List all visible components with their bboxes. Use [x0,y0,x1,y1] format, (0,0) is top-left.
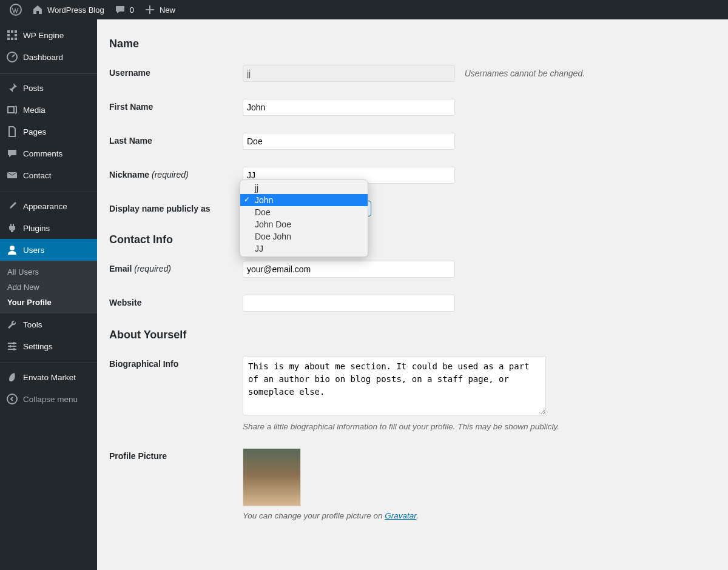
check-icon: ✓ [244,195,250,204]
menu-label: Settings [23,342,53,351]
picture-hint: You can change your profile picture on G… [243,511,716,520]
row-display-name: Display name publicly as John jj ✓John D… [109,201,716,216]
svg-rect-2 [11,30,13,33]
section-heading-about: About Yourself [109,329,716,341]
admin-sidebar: WP Engine Dashboard Posts Media Pages Co… [0,19,97,570]
admin-bar: WordPress Blog 0 New [0,0,728,19]
submenu-all-users[interactable]: All Users [0,264,97,280]
menu-envato[interactable]: Envato Market [0,366,97,388]
mail-icon [6,169,18,181]
submenu-add-new[interactable]: Add New [0,280,97,295]
wp-logo-menu[interactable] [5,0,27,19]
bio-textarea[interactable] [243,356,546,415]
comment-icon [114,4,126,16]
menu-contact[interactable]: Contact [0,164,97,186]
svg-rect-6 [7,38,10,40]
avatar [243,448,301,506]
user-icon [6,244,18,256]
lastname-field[interactable] [243,133,455,150]
dd-option-doe[interactable]: Doe [240,206,368,218]
svg-rect-18 [13,348,15,350]
svg-rect-17 [10,345,11,347]
svg-rect-8 [15,38,17,40]
menu-settings[interactable]: Settings [0,335,97,357]
menu-comments[interactable]: Comments [0,142,97,164]
username-hint: Usernames cannot be changed. [465,69,585,78]
menu-label: Users [23,246,44,255]
menu-media[interactable]: Media [0,99,97,121]
wpengine-icon [6,29,18,41]
svg-rect-3 [15,30,17,33]
svg-point-12 [10,246,15,250]
menu-label: Media [23,106,46,115]
home-icon [32,4,44,16]
brush-icon [6,200,18,212]
comments-count: 0 [130,5,134,15]
gravatar-link[interactable]: Gravatar [385,511,416,520]
page-icon [6,126,18,138]
plus-icon [144,4,156,16]
row-website: Website [109,295,716,312]
row-nickname: Nickname (required) [109,167,716,184]
svg-rect-13 [8,343,16,344]
menu-label: Dashboard [23,53,63,62]
submenu-users: All Users Add New Your Profile [0,261,97,314]
menu-label: Pages [23,127,46,136]
menu-label: Contact [23,171,52,180]
username-field [243,65,455,82]
dd-option-john[interactable]: ✓John [240,194,368,206]
submenu-your-profile[interactable]: Your Profile [0,295,97,310]
label-nickname: Nickname (required) [109,167,243,179]
wrench-icon [6,318,18,330]
firstname-field[interactable] [243,99,455,116]
menu-wpengine[interactable]: WP Engine [0,24,97,46]
dd-option-john-doe[interactable]: John Doe [240,218,368,230]
section-heading-name: Name [109,38,716,50]
menu-dashboard[interactable]: Dashboard [0,46,97,68]
new-label: New [160,5,175,15]
dd-option-jj-nick[interactable]: JJ [240,243,368,255]
email-field[interactable] [243,261,455,278]
collapse-icon [6,393,18,405]
site-link[interactable]: WordPress Blog [27,0,109,19]
svg-rect-4 [7,34,10,36]
plug-icon [6,222,18,234]
label-bio: Biographical Info [109,356,243,369]
bio-hint: Share a little biographical information … [243,422,716,431]
svg-rect-10 [8,107,14,113]
section-heading-contact: Contact Info [109,233,716,246]
menu-label: Appearance [23,202,67,211]
label-email: Email (required) [109,261,243,273]
website-field[interactable] [243,295,455,312]
dd-option-doe-john[interactable]: Doe John [240,230,368,243]
row-email: Email (required) [109,261,716,278]
menu-plugins[interactable]: Plugins [0,217,97,239]
svg-rect-5 [15,34,17,36]
menu-posts[interactable]: Posts [0,77,97,99]
svg-rect-14 [8,346,16,347]
menu-label: Tools [23,320,42,329]
label-firstname: First Name [109,99,243,112]
row-profile-picture: Profile Picture You can change your prof… [109,448,716,520]
collapse-menu[interactable]: Collapse menu [0,388,97,410]
menu-users[interactable]: Users [0,239,97,261]
menu-label: Plugins [23,224,50,233]
menu-pages[interactable]: Pages [0,121,97,142]
svg-point-0 [10,4,21,15]
row-username: Username Usernames cannot be changed. [109,65,716,82]
svg-rect-1 [7,30,10,33]
label-profile-picture: Profile Picture [109,448,243,461]
collapse-label: Collapse menu [23,395,78,404]
menu-label: Envato Market [23,373,76,382]
dd-option-jj[interactable]: jj [240,182,368,194]
row-firstname: First Name [109,99,716,116]
svg-rect-15 [8,349,16,350]
row-lastname: Last Name [109,133,716,150]
new-link[interactable]: New [139,0,180,19]
row-bio: Biographical Info Share a little biograp… [109,356,716,431]
comments-link[interactable]: 0 [109,0,139,19]
menu-appearance[interactable]: Appearance [0,195,97,217]
menu-label: Posts [23,84,44,93]
menu-tools[interactable]: Tools [0,314,97,335]
label-website: Website [109,295,243,307]
